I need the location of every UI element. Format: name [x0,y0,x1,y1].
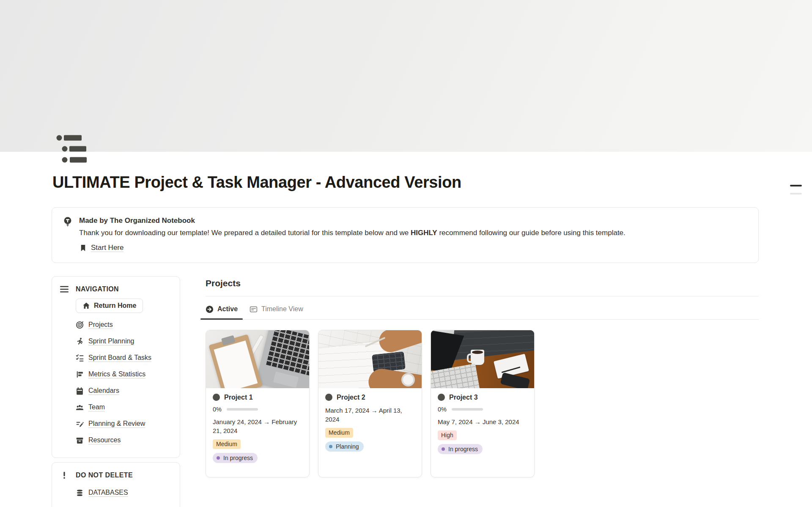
status-label: Planning [336,443,359,450]
navigation-heading: NAVIGATION [76,285,119,293]
do-not-delete-heading: DO NOT DELETE [76,471,133,479]
tab-timeline-view[interactable]: Timeline View [244,303,308,319]
tab-label[interactable]: Active [217,305,238,313]
progress-value: 0% [438,406,447,413]
return-home-label: Return Home [94,302,136,310]
callout-body-text: Thank you for downloading our template! … [79,229,411,237]
status-badge: In progress [438,444,483,454]
project-cover-photo-blueprints [318,330,422,388]
projects-section: Projects Active Timeline View [206,276,759,477]
start-here-link[interactable]: Start Here [79,243,123,253]
runner-icon [76,337,84,345]
table-of-contents-indicator[interactable] [790,185,802,195]
sidebar-item-label[interactable]: Metrics & Statistics [88,370,145,378]
navigation-card: NAVIGATION Return Home [52,276,180,458]
navigation-list: Projects Sprint Planning [76,317,172,449]
sidebar-item-projects[interactable]: Projects [76,317,172,333]
database-icon [76,489,84,497]
progress-value: 0% [213,406,222,413]
maker-callout: Made by The Organized Notebook Thank you… [52,207,759,263]
sidebar-item-calendars[interactable]: Calendars [76,383,172,399]
sidebar-item-sprint-board[interactable]: Sprint Board & Tasks [76,350,172,366]
lightbulb-logo-icon [63,216,73,255]
projects-heading: Projects [206,278,759,289]
calendar-icon [76,387,84,395]
status-dot [442,447,445,451]
tab-active[interactable]: Active [200,303,243,319]
sidebar-item-label[interactable]: Sprint Planning [88,337,134,345]
page-cover-image [0,0,812,152]
project-gallery: Project 1 0% January 24, 2024 → February… [206,330,759,477]
return-home-button[interactable]: Return Home [76,299,143,313]
project-card-2[interactable]: Project 2 March 17, 2024 → April 13, 202… [318,330,422,477]
sidebar-item-planning-review[interactable]: Planning & Review [76,416,172,432]
arrow-circle-icon [206,305,214,313]
toc-bar[interactable] [790,193,802,195]
project-card-1[interactable]: Project 1 0% January 24, 2024 → February… [206,330,310,477]
toc-bar-active[interactable] [790,185,802,186]
people-icon [76,403,84,411]
progress-bar [452,408,483,411]
page-icon[interactable] [56,133,89,166]
status-badge: In progress [213,453,258,463]
edit-list-icon [76,420,84,428]
project-title[interactable]: Project 2 [337,394,365,401]
sidebar: NAVIGATION Return Home [52,276,180,507]
project-cover-photo-dark-desk [431,330,534,388]
status-dot [217,456,220,460]
archive-box-icon [76,436,84,444]
sidebar-item-label[interactable]: Planning & Review [88,420,145,428]
priority-badge: Medium [213,439,241,449]
callout-body-text-2: recommend following our guide before usi… [437,229,625,237]
status-label: In progress [223,454,253,462]
project-dates: May 7, 2024 → June 3, 2024 [438,417,527,426]
sidebar-item-label[interactable]: Calendars [88,387,119,395]
status-dot [329,445,332,448]
tab-label[interactable]: Timeline View [261,305,303,313]
board-icon [250,305,258,313]
bulleted-list-icon [56,133,89,166]
project-cover-photo-clipboard-laptop [206,330,309,388]
section-divider [206,296,759,296]
sidebar-item-resources[interactable]: Resources [76,432,172,449]
start-here-label[interactable]: Start Here [91,243,123,253]
priority-badge: Medium [325,428,353,438]
status-badge: Planning [325,441,364,452]
priority-badge: High [438,430,457,440]
project-page-icon [213,394,220,401]
view-tabs: Active Timeline View [200,303,759,320]
progress-bar [227,408,258,411]
sidebar-item-label[interactable]: Projects [88,321,113,329]
hamburger-menu-icon [60,285,69,293]
home-icon [82,302,90,310]
callout-body: Thank you for downloading our template! … [79,228,748,238]
sidebar-item-label[interactable]: Resources [88,436,121,444]
sidebar-item-label[interactable]: Sprint Board & Tasks [88,354,151,362]
sidebar-item-label[interactable]: DATABASES [88,489,128,496]
page-content: ULTIMATE Project & Task Manager - Advanc… [52,173,759,507]
project-page-icon [438,394,445,401]
project-dates: March 17, 2024 → April 13, 2024 [325,406,415,424]
callout-body-bold: HIGHLY [411,229,437,237]
status-label: In progress [448,445,478,453]
sidebar-item-sprint-planning[interactable]: Sprint Planning [76,333,172,350]
danger-list: DATABASES [76,485,172,501]
sidebar-item-metrics[interactable]: Metrics & Statistics [76,366,172,383]
exclamation-icon [60,471,69,479]
page-title: ULTIMATE Project & Task Manager - Advanc… [52,173,758,192]
sidebar-item-databases[interactable]: DATABASES [76,485,172,501]
bookmark-icon [79,244,87,252]
do-not-delete-card: DO NOT DELETE DATABASES [52,462,180,507]
bar-chart-icon [76,370,84,378]
callout-heading: Made by The Organized Notebook [79,216,748,226]
sidebar-item-label[interactable]: Team [88,403,105,411]
target-icon [76,321,84,329]
sidebar-item-team[interactable]: Team [76,399,172,416]
project-card-3[interactable]: Project 3 0% May 7, 2024 → June 3, 2024 … [431,330,535,477]
project-title[interactable]: Project 3 [449,394,478,401]
checklist-icon [76,354,84,362]
project-page-icon [325,394,332,401]
project-dates: January 24, 2024 → February 21, 2024 [213,417,302,435]
project-title[interactable]: Project 1 [224,394,253,401]
